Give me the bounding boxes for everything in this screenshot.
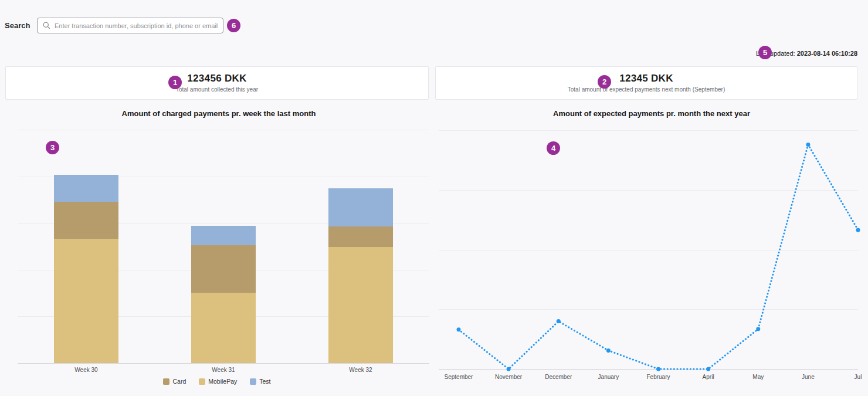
data-point-february [656, 367, 660, 371]
annotation-badge-3: 3 [46, 141, 59, 154]
data-point-june [806, 143, 810, 147]
data-point-january [606, 348, 611, 353]
annotation-badge-6: 6 [227, 19, 240, 32]
expected-payments-line [0, 0, 868, 396]
annotation-badge-4: 4 [547, 141, 560, 155]
annotation-badge-1: 1 [168, 76, 182, 89]
data-point-jul [856, 228, 860, 232]
x-axis-label-jul: Jul [823, 374, 868, 380]
data-point-november [507, 367, 511, 371]
data-point-may [756, 327, 760, 331]
data-point-april [706, 367, 710, 371]
data-point-september [457, 327, 461, 331]
line-chart-expected-payments: SeptemberNovemberDecemberJanuaryFebruary… [0, 0, 868, 396]
dotted-line [459, 144, 858, 369]
data-point-december [557, 319, 561, 323]
annotation-badge-5: 5 [758, 46, 772, 59]
annotation-badge-2: 2 [598, 75, 611, 89]
